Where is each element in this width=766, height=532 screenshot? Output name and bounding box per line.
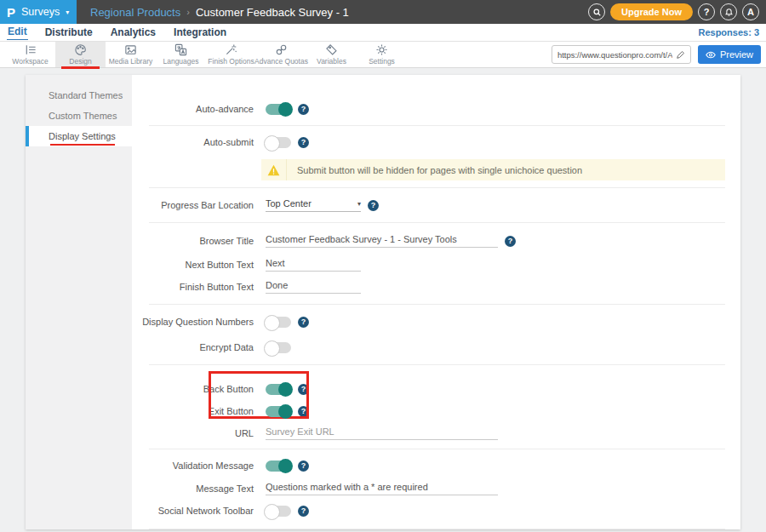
- auto-submit-label: Auto-submit: [132, 137, 254, 147]
- caret-down-icon: ▾: [357, 200, 361, 208]
- bell-icon: [724, 8, 734, 17]
- toolbar-tab-label: Design: [69, 57, 91, 66]
- survey-url-input[interactable]: [557, 50, 672, 60]
- toolbar-tab-languages[interactable]: Languages: [156, 42, 206, 67]
- exit-button-toggle[interactable]: [266, 406, 291, 417]
- questionpro-logo-icon: P: [7, 6, 15, 19]
- toolbar-right: Preview: [552, 42, 761, 67]
- account-avatar[interactable]: A: [742, 3, 759, 20]
- surveys-product-menu[interactable]: P Surveys ▾: [0, 0, 77, 24]
- toolbar-tab-label: Languages: [163, 57, 198, 66]
- toolbar-tab-workspace[interactable]: Workspace: [5, 42, 55, 67]
- help-icon[interactable]: ?: [298, 460, 309, 472]
- sidebar-item-standard-themes[interactable]: Standard Themes: [26, 85, 132, 106]
- encrypt-data-label: Encrypt Data: [132, 342, 254, 352]
- auto-submit-toggle[interactable]: [266, 137, 291, 148]
- nav-tab-integration[interactable]: Integration: [173, 26, 227, 40]
- nav-tab-edit[interactable]: Edit: [7, 25, 28, 40]
- sidebar-item-custom-themes[interactable]: Custom Themes: [26, 106, 132, 126]
- main-nav: Edit Distribute Analytics Integration Re…: [0, 24, 766, 42]
- gear-icon: [375, 43, 388, 56]
- breadcrumb: Regional Products › Customer Feedback Su…: [90, 6, 349, 19]
- display-question-numbers-row: Display Question Numbers ?: [132, 309, 740, 335]
- survey-url-box: [552, 45, 691, 64]
- links-icon: [275, 43, 288, 56]
- social-network-toolbar-label: Social Network Toolbar: [132, 506, 254, 516]
- auto-submit-row: Auto-submit ?: [132, 130, 740, 154]
- help-icon[interactable]: ?: [368, 200, 379, 211]
- validation-message-row: Validation Message ?: [132, 454, 740, 478]
- next-button-text-row: Next Button Text: [132, 254, 740, 276]
- display-question-numbers-toggle[interactable]: [266, 317, 291, 328]
- toolbar-tab-label: Settings: [369, 57, 395, 66]
- search-button[interactable]: [588, 3, 605, 20]
- social-network-toolbar-row: Social Network Toolbar ?: [132, 500, 740, 522]
- help-icon[interactable]: ?: [298, 104, 309, 115]
- toolbar-tab-advance-quotas[interactable]: Advance Quotas: [256, 42, 306, 67]
- progress-bar-location-select[interactable]: Top Center ▾: [266, 198, 361, 212]
- finish-button-text-row: Finish Button Text: [132, 276, 740, 298]
- progress-bar-location-label: Progress Bar Location: [132, 200, 254, 210]
- image-icon: [124, 43, 137, 56]
- auto-advance-toggle[interactable]: [266, 104, 291, 115]
- exit-url-label: URL: [132, 428, 254, 438]
- toolbar-tab-label: Advance Quotas: [254, 57, 308, 66]
- toolbar-tab-settings[interactable]: Settings: [357, 42, 407, 67]
- encrypt-data-row: Encrypt Data: [132, 335, 740, 360]
- divider: [149, 529, 725, 529]
- preview-button-label: Preview: [720, 49, 753, 60]
- sidebar-item-display-settings[interactable]: Display Settings: [26, 126, 132, 146]
- progress-bar-location-row: Progress Bar Location Top Center ▾ ?: [132, 192, 740, 218]
- back-exit-section: Back Button ? Exit Button ? URL: [132, 369, 740, 444]
- nav-tab-distribute[interactable]: Distribute: [44, 26, 94, 40]
- eye-icon: [706, 51, 716, 59]
- exit-url-input[interactable]: [266, 426, 498, 440]
- topbar-actions: Upgrade Now ? A: [588, 3, 766, 20]
- toolbar-tab-variables[interactable]: Variables: [306, 42, 357, 67]
- social-network-toolbar-toggle[interactable]: [266, 506, 291, 517]
- toolbar-tab-design[interactable]: Design: [55, 42, 106, 67]
- browser-title-label: Browser Title: [132, 236, 254, 246]
- pencil-icon[interactable]: [676, 50, 685, 60]
- wand-icon: [225, 43, 237, 56]
- toolbar-tab-finish-options[interactable]: Finish Options: [206, 42, 256, 67]
- responses-count[interactable]: Responses: 3: [698, 27, 759, 37]
- breadcrumb-folder[interactable]: Regional Products: [90, 6, 180, 19]
- breadcrumb-separator-icon: ›: [186, 7, 190, 17]
- help-icon[interactable]: ?: [298, 317, 309, 328]
- toolbar-tab-media-library[interactable]: Media Library: [106, 42, 156, 67]
- message-text-input[interactable]: [266, 482, 498, 495]
- display-settings-form: Auto-advance ? Auto-submit ? Submi: [132, 75, 740, 529]
- help-icon[interactable]: ?: [298, 506, 309, 517]
- next-button-text-input[interactable]: [266, 258, 361, 272]
- help-icon[interactable]: ?: [298, 384, 309, 395]
- validation-message-toggle[interactable]: [266, 460, 291, 472]
- finish-button-text-label: Finish Button Text: [132, 282, 254, 292]
- help-icon[interactable]: ?: [298, 406, 309, 417]
- encrypt-data-toggle[interactable]: [266, 342, 291, 353]
- back-button-row: Back Button ?: [132, 378, 740, 400]
- back-button-toggle[interactable]: [266, 384, 291, 395]
- preview-button[interactable]: Preview: [698, 45, 761, 64]
- tag-icon: [325, 43, 338, 56]
- nav-tab-analytics[interactable]: Analytics: [110, 26, 157, 40]
- browser-title-input[interactable]: [266, 234, 498, 248]
- help-button[interactable]: ?: [698, 3, 715, 20]
- finish-button-text-input[interactable]: [266, 280, 361, 294]
- topbar: P Surveys ▾ Regional Products › Customer…: [0, 0, 766, 24]
- help-icon[interactable]: ?: [505, 236, 516, 247]
- message-text-row: Message Text: [132, 478, 740, 500]
- warning-icon: [267, 164, 280, 176]
- chevron-down-icon: ▾: [66, 9, 69, 16]
- workspace-icon: [24, 43, 37, 56]
- notifications-button[interactable]: [720, 3, 737, 20]
- submit-warning-banner: Submit button will be hidden for pages w…: [261, 159, 725, 180]
- annotation-design-underline: [61, 66, 100, 69]
- upgrade-now-button[interactable]: Upgrade Now: [610, 3, 693, 20]
- divider: [149, 187, 725, 188]
- help-icon[interactable]: ?: [298, 137, 309, 148]
- validation-message-label: Validation Message: [132, 460, 254, 471]
- search-icon: [592, 8, 602, 17]
- sidebar-item-label: Display Settings: [49, 131, 116, 141]
- exit-button-row: Exit Button ?: [132, 400, 740, 422]
